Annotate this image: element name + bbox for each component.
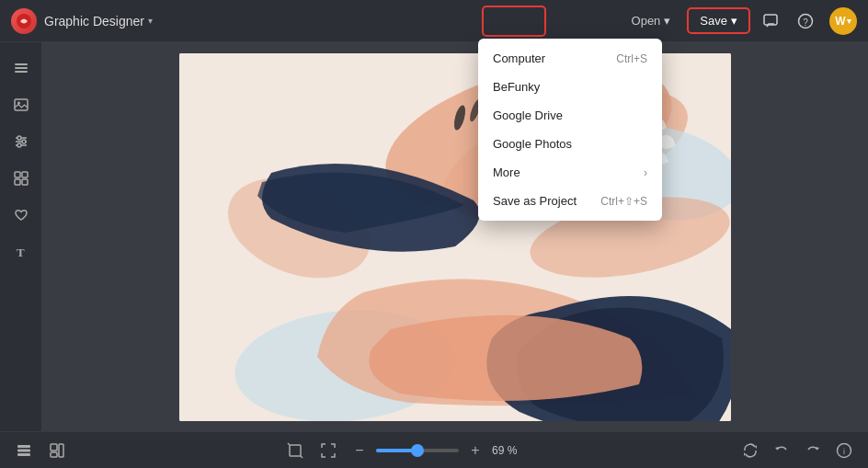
- bottom-right-icons: i: [737, 438, 857, 463]
- sidebar: T: [0, 42, 42, 431]
- info-button[interactable]: i: [831, 438, 857, 463]
- canvas-area: [42, 42, 868, 431]
- save-button[interactable]: Save ▾: [687, 7, 750, 34]
- bottombar: − + 69 %: [0, 431, 868, 468]
- svg-point-12: [22, 140, 26, 143]
- svg-rect-33: [17, 453, 30, 456]
- svg-rect-37: [290, 445, 301, 456]
- svg-text:T: T: [17, 245, 25, 259]
- zoom-slider[interactable]: [376, 449, 459, 452]
- svg-rect-35: [51, 452, 57, 457]
- dropdown-item-google-photos[interactable]: Google Photos: [478, 130, 662, 158]
- sidebar-item-grid[interactable]: [5, 162, 38, 195]
- comment-button[interactable]: [756, 6, 785, 36]
- svg-text:i: i: [843, 447, 845, 456]
- dropdown-item-google-drive[interactable]: Google Drive: [478, 101, 662, 130]
- app-name-button[interactable]: Graphic Designer ▾: [44, 14, 153, 29]
- user-avatar[interactable]: W ▾: [829, 7, 857, 35]
- layout-button[interactable]: [44, 438, 70, 463]
- open-button[interactable]: Open ▾: [621, 8, 682, 33]
- svg-text:?: ?: [803, 17, 808, 27]
- svg-rect-4: [15, 63, 28, 65]
- dropdown-item-more[interactable]: More ›: [478, 158, 662, 187]
- zoom-in-button[interactable]: +: [464, 439, 486, 462]
- topbar: Graphic Designer ▾ Open ▾ Save ▾ ? W ▾: [0, 0, 868, 42]
- undo-button[interactable]: [769, 438, 794, 463]
- repeat-button[interactable]: [737, 438, 763, 463]
- svg-line-39: [301, 456, 303, 458]
- svg-rect-18: [22, 179, 28, 185]
- svg-rect-32: [17, 449, 30, 451]
- app-logo: [11, 8, 37, 34]
- sidebar-item-layers[interactable]: [5, 51, 38, 85]
- svg-point-10: [17, 136, 21, 140]
- svg-line-38: [288, 443, 290, 445]
- zoom-controls: − + 69 %: [348, 439, 525, 462]
- svg-rect-34: [51, 444, 57, 451]
- dropdown-item-befunky[interactable]: BeFunky: [478, 73, 662, 101]
- svg-rect-31: [17, 445, 30, 448]
- sidebar-item-images[interactable]: [5, 88, 38, 121]
- redo-button[interactable]: [800, 438, 826, 463]
- crop-button[interactable]: [282, 438, 308, 463]
- svg-rect-36: [59, 444, 63, 457]
- svg-rect-16: [22, 172, 28, 177]
- expand-button[interactable]: [315, 438, 341, 463]
- svg-rect-5: [15, 67, 28, 69]
- svg-rect-15: [15, 172, 20, 177]
- topbar-actions: Open ▾ Save ▾ ? W ▾: [621, 6, 857, 36]
- save-dropdown-menu: Computer Ctrl+S BeFunky Google Drive Goo…: [478, 39, 662, 221]
- help-button[interactable]: ?: [791, 6, 820, 36]
- svg-rect-7: [15, 99, 28, 110]
- zoom-out-button[interactable]: −: [348, 439, 371, 462]
- dropdown-item-save-as-project[interactable]: Save as Project Ctrl+⇧+S: [478, 187, 662, 215]
- svg-rect-6: [15, 71, 28, 73]
- app-name-chevron: ▾: [148, 16, 153, 26]
- svg-point-14: [17, 143, 21, 147]
- sidebar-item-favorites[interactable]: [5, 199, 38, 232]
- sidebar-item-adjustments[interactable]: [5, 125, 38, 158]
- layers-toggle-button[interactable]: [11, 438, 37, 463]
- svg-rect-17: [15, 179, 20, 185]
- svg-point-8: [17, 102, 20, 105]
- dropdown-item-computer[interactable]: Computer Ctrl+S: [478, 44, 662, 73]
- zoom-label: 69 %: [492, 444, 525, 457]
- sidebar-item-text[interactable]: T: [5, 235, 38, 268]
